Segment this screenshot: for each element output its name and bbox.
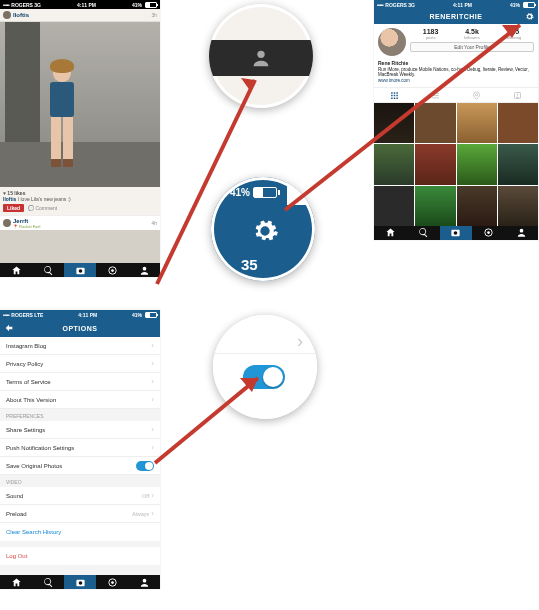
- grid-thumb[interactable]: [415, 103, 455, 143]
- grid-thumb[interactable]: [415, 186, 455, 226]
- view-map[interactable]: [456, 88, 497, 102]
- stat-following[interactable]: 205following: [506, 28, 522, 40]
- avatar[interactable]: [3, 11, 11, 19]
- clock: 4:11 PM: [78, 312, 97, 318]
- zoom-profile-tab: [209, 4, 313, 108]
- svg-point-17: [142, 578, 146, 582]
- view-grid[interactable]: [374, 88, 415, 102]
- svg-point-18: [257, 51, 264, 58]
- geo-tag[interactable]: 📍 Rocket Fuel: [13, 224, 40, 229]
- post-meta: ♥ 15 likes lloftis I love Lila's new jea…: [0, 187, 160, 215]
- post-timestamp: 3h: [151, 12, 157, 18]
- svg-point-1: [78, 269, 82, 273]
- tab-home[interactable]: [0, 263, 32, 277]
- row-save-original[interactable]: Save Original Photos: [0, 457, 160, 475]
- svg-point-7: [517, 94, 519, 96]
- screen-profile: •••••ROGERS 3G 4:11 PM 41% RENERITCHIE 1…: [374, 0, 538, 240]
- section-video: Video: [0, 475, 160, 487]
- chevron-right-icon: ›: [297, 331, 303, 352]
- tab-activity[interactable]: [96, 575, 128, 589]
- stat-followers[interactable]: 4.5kfollowers: [464, 28, 480, 40]
- post-header[interactable]: lloftis 3h: [0, 9, 160, 22]
- svg-point-5: [475, 93, 477, 95]
- tab-profile[interactable]: [505, 226, 538, 240]
- tab-search[interactable]: [407, 226, 440, 240]
- grid-thumb[interactable]: [374, 186, 414, 226]
- view-tagged[interactable]: [497, 88, 538, 102]
- grid-thumb[interactable]: [498, 186, 538, 226]
- grid-thumb[interactable]: [498, 103, 538, 143]
- row-about[interactable]: About This Version›: [0, 391, 160, 409]
- stat-posts[interactable]: 1183posts: [423, 28, 439, 40]
- grid-thumb[interactable]: [498, 144, 538, 184]
- carrier: ROGERS LTE: [11, 312, 43, 318]
- tab-camera[interactable]: [64, 575, 96, 589]
- tab-activity[interactable]: [472, 226, 505, 240]
- edit-profile-button[interactable]: Edit Your Profile: [410, 42, 534, 52]
- gear-icon: [251, 217, 279, 245]
- view-list[interactable]: [415, 88, 456, 102]
- profile-header: RENERITCHIE: [374, 9, 538, 24]
- person-icon: [250, 47, 272, 69]
- post-image[interactable]: [0, 22, 160, 187]
- tab-profile[interactable]: [128, 575, 160, 589]
- svg-point-4: [142, 266, 146, 270]
- row-clear-search[interactable]: Clear Search History: [0, 523, 160, 547]
- row-logout[interactable]: Log Out: [0, 547, 160, 575]
- carrier: ROGERS 3G: [385, 2, 415, 8]
- svg-point-3: [111, 269, 114, 272]
- post-username[interactable]: lloftis: [13, 12, 29, 18]
- grid-thumb[interactable]: [374, 144, 414, 184]
- toggle-on: [243, 365, 285, 389]
- options-header: OPTIONS: [0, 319, 160, 337]
- grid-thumb[interactable]: [457, 103, 497, 143]
- row-preload[interactable]: PreloadAlways›: [0, 505, 160, 523]
- row-push[interactable]: Push Notification Settings›: [0, 439, 160, 457]
- profile-bio: Rene Ritchie Run iMore, produce Mobile N…: [374, 60, 538, 87]
- bio-link[interactable]: www.imore.com: [378, 78, 534, 84]
- grid-thumb[interactable]: [457, 144, 497, 184]
- tab-profile[interactable]: [128, 263, 160, 277]
- row-sound[interactable]: SoundOff›: [0, 487, 160, 505]
- post-header-2[interactable]: Jerrft📍 Rocket Fuel 4h: [0, 215, 160, 230]
- tab-activity[interactable]: [96, 263, 128, 277]
- screen-options: •••••ROGERS LTE 4:11 PM 41% OPTIONS Inst…: [0, 310, 160, 589]
- grid-thumb[interactable]: [457, 186, 497, 226]
- profile-stats-row: 1183posts 4.5kfollowers 205following Edi…: [374, 24, 538, 60]
- view-switcher: [374, 87, 538, 103]
- profile-avatar[interactable]: [378, 28, 406, 56]
- battery-pct: 41%: [132, 312, 142, 318]
- row-share-settings[interactable]: Share Settings›: [0, 421, 160, 439]
- bluetooth-icon: ᚼ: [221, 187, 227, 198]
- options-title: OPTIONS: [62, 325, 97, 332]
- tab-camera[interactable]: [64, 263, 96, 277]
- grid-thumb[interactable]: [374, 103, 414, 143]
- zoom-toggle: ›: [213, 315, 317, 419]
- row-terms[interactable]: Terms of Service›: [0, 373, 160, 391]
- comment-button[interactable]: 💬 Comment: [28, 205, 57, 211]
- tab-camera[interactable]: [440, 226, 473, 240]
- tab-home[interactable]: [0, 575, 32, 589]
- avatar[interactable]: [3, 219, 11, 227]
- tab-search[interactable]: [32, 575, 64, 589]
- grid-thumb[interactable]: [415, 144, 455, 184]
- svg-point-12: [520, 229, 524, 233]
- liked-button[interactable]: Liked: [3, 204, 24, 212]
- tab-search[interactable]: [32, 263, 64, 277]
- gear-icon[interactable]: [525, 12, 534, 21]
- tab-home[interactable]: [374, 226, 407, 240]
- post-image-2[interactable]: [0, 230, 160, 263]
- tab-bar: [0, 263, 160, 277]
- status-bar: •••••ROGERS 3G 4:11 PM 41%: [0, 0, 160, 9]
- row-instagram-blog[interactable]: Instagram Blog›: [0, 337, 160, 355]
- save-original-toggle[interactable]: [136, 461, 154, 471]
- row-privacy[interactable]: Privacy Policy›: [0, 355, 160, 373]
- tab-bar: [374, 226, 538, 240]
- clock: 4:11 PM: [453, 2, 472, 8]
- battery-pct: 41%: [510, 2, 520, 8]
- tab-bar: [0, 575, 160, 589]
- carrier: ROGERS 3G: [11, 2, 41, 8]
- status-bar: •••••ROGERS 3G 4:11 PM 41%: [374, 0, 538, 9]
- back-icon[interactable]: [4, 323, 14, 333]
- status-bar: •••••ROGERS LTE 4:11 PM 41%: [0, 310, 160, 319]
